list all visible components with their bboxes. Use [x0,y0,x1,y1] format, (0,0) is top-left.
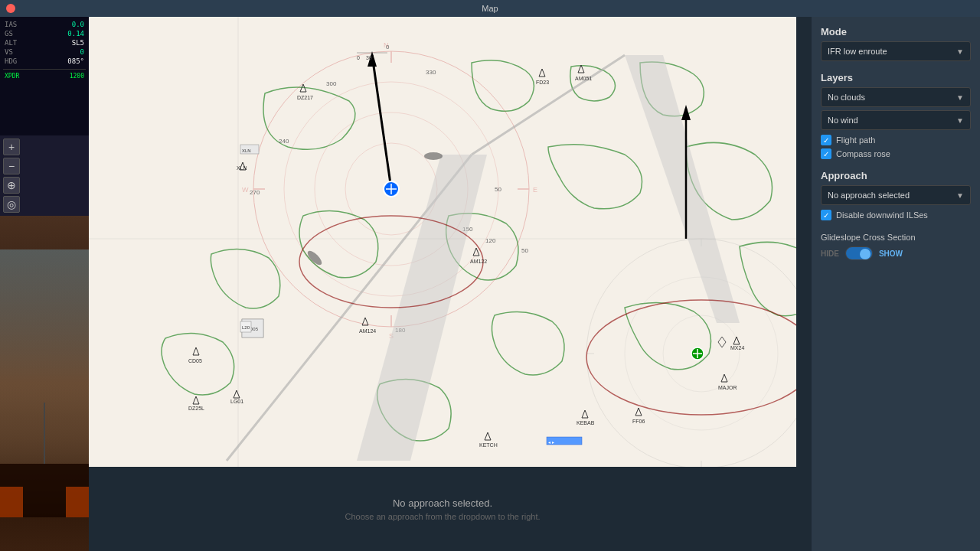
mode-section: Mode IFR low enroute ▼ [821,26,971,61]
svg-text:XLN: XLN [242,148,251,153]
glideslope-toggle-row: HIDE SHOW [821,246,971,260]
toggle-show-label: SHOW [879,249,903,258]
hdg-value: 085° [67,57,84,65]
svg-rect-4 [66,487,89,517]
svg-text:FD23: FD23 [536,80,549,85]
map-container[interactable]: N S E W 300 330 0 270 240 180 50 50 120 … [89,17,796,467]
layers-section: Layers No clouds ▼ No wind ▼ Flight path… [821,72,971,159]
bottom-bar: No approach selected. Choose an approach… [89,467,796,551]
approach-status: No approach selected. [393,497,492,509]
svg-text:300: 300 [326,80,337,87]
svg-text:CD05: CD05 [188,358,202,364]
camera-view [0,216,89,551]
zoom-out-button[interactable]: − [3,158,20,174]
approach-label: Approach [821,170,971,181]
svg-text:270: 270 [250,189,260,196]
mode-dropdown[interactable]: IFR low enroute ▼ [821,41,971,61]
flight-path-checkbox[interactable] [821,135,831,145]
map-svg: N S E W 300 330 0 270 240 180 50 50 120 … [89,17,796,467]
map-mode-button[interactable]: ⊕ [3,177,20,194]
toggle-hide-label: HIDE [821,249,839,258]
svg-text:0: 0 [386,44,390,51]
center-button[interactable]: ◎ [3,196,20,213]
toggle-thumb [860,249,871,259]
close-button[interactable] [6,4,15,13]
svg-text:MAJOR: MAJOR [718,385,737,390]
cockpit-svg [0,216,89,551]
svg-text:240: 240 [279,138,289,145]
window-title: Map [482,4,498,13]
clouds-dropdown[interactable]: No clouds ▼ [821,87,971,107]
approach-section: Approach No approach selected ▼ Disable … [821,170,971,220]
svg-text:KEBAB: KEBAB [577,420,595,425]
svg-text:MX24: MX24 [730,345,744,350]
svg-text:LG01: LG01 [230,399,243,404]
svg-text:W: W [242,186,249,194]
svg-text:120: 120 [485,237,496,244]
svg-text:330: 330 [426,69,436,76]
mode-label: Mode [821,26,971,37]
glideslope-toggle[interactable] [845,246,873,260]
svg-text:KETCH: KETCH [479,442,498,448]
svg-text:0: 0 [357,55,360,60]
right-panel: Mode IFR low enroute ▼ Layers No clouds … [812,17,980,551]
mode-value: IFR low enroute [828,47,887,56]
svg-text:50: 50 [521,247,528,254]
approach-value: No approach selected [828,191,910,200]
svg-text:XLN: XLN [237,165,247,171]
svg-text:30: 30 [366,55,372,60]
glideslope-section: Glideslope Cross Section HIDE SHOW [821,233,971,260]
gs-value: 0.14 [67,30,84,37]
glideslope-title: Glideslope Cross Section [821,233,971,242]
svg-text:L20: L20 [242,325,250,330]
layers-label: Layers [821,72,971,83]
mode-dropdown-arrow: ▼ [956,47,964,56]
svg-text:DZ25L: DZ25L [188,406,204,411]
compass-rose-label: Compass rose [836,149,890,158]
compass-rose-checkbox[interactable] [821,148,831,159]
approach-hint: Choose an approach from the dropdown to … [345,512,541,521]
alt-label: ALT [5,39,17,47]
clouds-dropdown-arrow: ▼ [956,93,964,102]
disable-downwind-checkbox[interactable] [821,210,831,220]
svg-text:AM122: AM122 [470,259,487,264]
wind-dropdown-arrow: ▼ [956,116,964,125]
svg-text:E: E [533,186,537,194]
vs-value: 0 [80,48,84,56]
cockpit-background [0,216,89,551]
left-panel: IAS 0.0 GS 0.14 ALT SL5 VS 0 HDG 085° XP… [0,17,89,551]
clouds-value: No clouds [828,93,865,102]
zoom-in-button[interactable]: + [3,139,20,155]
svg-text:◂ ▸: ◂ ▸ [548,440,554,445]
ias-value: 0.0 [72,21,84,28]
svg-rect-3 [0,487,23,517]
approach-dropdown[interactable]: No approach selected ▼ [821,185,971,205]
gs-label: GS [5,30,13,37]
vs-label: VS [5,48,13,56]
alt-value: SL5 [72,39,84,47]
flight-path-label: Flight path [836,135,875,145]
ias-label: IAS [5,21,17,28]
svg-text:DZ217: DZ217 [297,95,313,100]
approach-dropdown-arrow: ▼ [956,191,964,200]
wind-dropdown[interactable]: No wind ▼ [821,110,971,130]
titlebar: Map [0,0,980,17]
svg-text:AM124: AM124 [359,328,376,334]
svg-text:50: 50 [495,186,501,193]
svg-text:FF06: FF06 [632,419,645,424]
instrument-display: IAS 0.0 GS 0.14 ALT SL5 VS 0 HDG 085° XP… [0,17,89,135]
svg-point-96 [424,152,443,160]
svg-text:AM051: AM051 [575,76,592,81]
wind-value: No wind [828,116,858,125]
map-controls: + − ⊕ ◎ [0,135,89,216]
disable-downwind-label: Disable downwind ILSes [836,210,928,220]
hdg-label: HDG [5,57,17,65]
